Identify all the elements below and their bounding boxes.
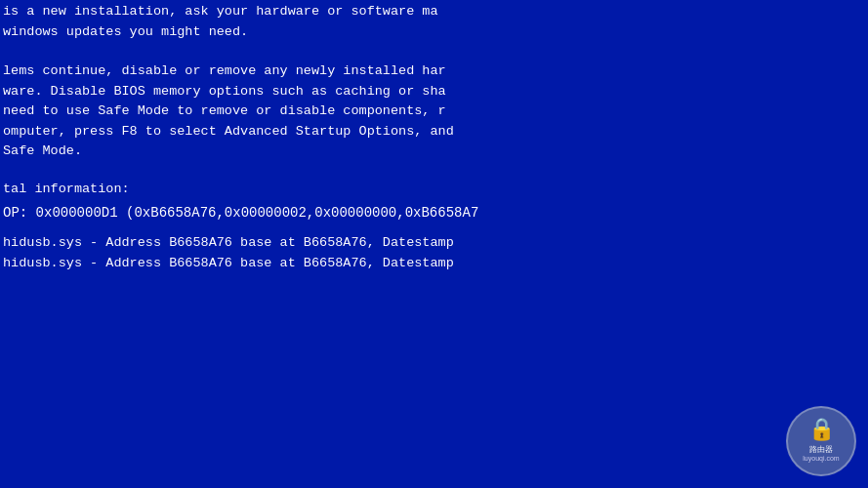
mid-line-4: omputer, press F8 to select Advanced Sta… (3, 122, 868, 142)
mid-line-5: Safe Mode. (3, 142, 868, 162)
watermark-badge: 🔒 路由器 luyouqi.com (786, 406, 856, 476)
photo-wrapper: is a new installation, ask your hardware… (0, 0, 868, 488)
gap-2 (0, 170, 868, 180)
mid-line-3: need to use Safe Mode to remove or disab… (3, 102, 868, 122)
top-line-2: windows updates you might need. (3, 22, 868, 43)
gap-1 (0, 50, 868, 60)
tech-info-section: tal information: OP: 0x000000D1 (0xB6658… (0, 180, 868, 274)
stop-error-line: OP: 0x000000D1 (0xB6658A76,0x00000002,0x… (3, 203, 868, 224)
driver-line-1: hidusb.sys - Address B6658A76 base at B6… (3, 233, 868, 254)
watermark-line2: luyouqi.com (803, 455, 839, 462)
watermark-icon: 🔒 (808, 421, 835, 442)
mid-line-2: ware. Disable BIOS memory options such a… (3, 82, 868, 102)
tech-label: tal information: (3, 180, 868, 200)
watermark-line1: 路由器 (809, 444, 834, 455)
bsod-content-area: is a new installation, ask your hardware… (0, 0, 868, 273)
driver-lines: hidusb.sys - Address B6658A76 base at B6… (3, 233, 868, 273)
top-line-1: is a new installation, ask your hardware… (3, 2, 868, 22)
driver-line-2: hidusb.sys - Address B6658A76 base at B6… (3, 254, 868, 274)
mid-section: lems continue, disable or remove any new… (0, 60, 868, 170)
top-section: is a new installation, ask your hardware… (0, 0, 868, 50)
mid-line-1: lems continue, disable or remove any new… (3, 61, 868, 82)
bsod-screen: is a new installation, ask your hardware… (0, 0, 868, 488)
